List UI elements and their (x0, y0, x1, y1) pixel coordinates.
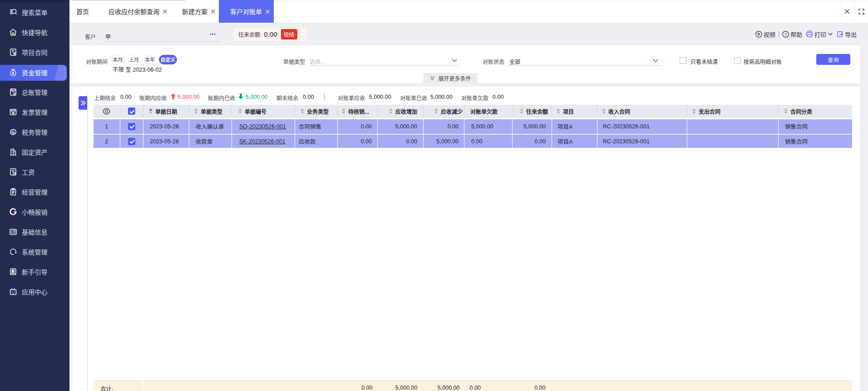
svg-text:?: ? (784, 32, 787, 36)
svg-text:新: 新 (11, 269, 15, 274)
